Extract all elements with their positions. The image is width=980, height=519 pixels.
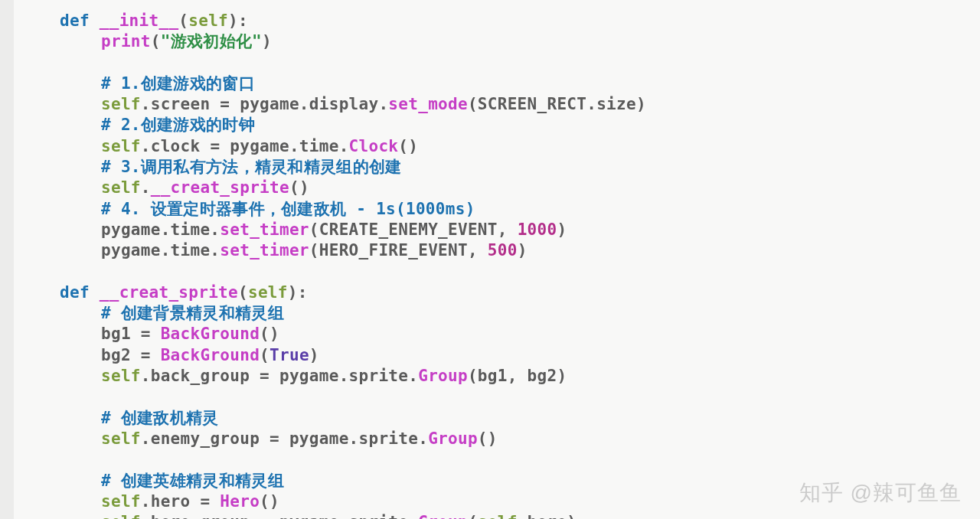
code-line: self.hero = Hero() — [15, 491, 977, 512]
code-token: ) — [518, 241, 528, 260]
code-token: self — [188, 11, 228, 30]
code-line: pygame.time.set_timer(CREATE_ENEMY_EVENT… — [15, 220, 977, 240]
code-line: self.clock = pygame.time.Clock() — [15, 136, 977, 157]
code-token: ) — [557, 220, 567, 239]
code-token: .clock = pygame.time. — [141, 137, 349, 155]
code-token: pygame.time. — [101, 241, 220, 260]
code-token: self — [248, 283, 288, 302]
code-token: () — [260, 325, 279, 343]
code-token: set_timer — [220, 220, 309, 239]
code-token: __init__ — [100, 11, 179, 30]
code-line: bg1 = BackGround() — [15, 324, 977, 344]
code-token: set_mode — [388, 95, 468, 113]
code-token: ( — [151, 32, 161, 51]
code-token: ( — [238, 283, 248, 302]
code-token: # 4. 设置定时器事件，创建敌机 - 1s(1000ms) — [101, 200, 475, 218]
code-line: def __init__(self): — [15, 11, 977, 31]
code-line: # 2.创建游戏的时钟 — [15, 115, 977, 135]
code-token: bg2 = — [101, 346, 161, 364]
code-token: self — [101, 367, 141, 385]
code-token: Group — [418, 513, 468, 519]
code-block: def __init__(self):print("游戏初始化") # 1.创建… — [15, 11, 977, 519]
code-token: BackGround — [161, 346, 260, 364]
code-token: # 创建背景精灵和精灵组 — [101, 304, 284, 322]
code-token: __creat_sprite — [151, 178, 289, 197]
code-token: .hero) — [518, 513, 577, 519]
code-token: pygame.time. — [101, 220, 220, 239]
code-token: # 2.创建游戏的时钟 — [101, 116, 255, 134]
code-token: Hero — [220, 492, 260, 511]
code-token: print — [101, 32, 151, 51]
code-token: set_timer — [220, 241, 309, 260]
code-token: def — [60, 283, 100, 302]
code-line: self.enemy_group = pygame.sprite.Group() — [15, 429, 977, 449]
code-line: # 创建背景精灵和精灵组 — [15, 303, 977, 324]
code-token: # 1.创建游戏的窗口 — [101, 74, 255, 93]
code-token: () — [260, 492, 279, 511]
code-line — [15, 387, 977, 407]
code-token: ): — [288, 283, 308, 302]
editor-gutter — [0, 0, 14, 519]
code-token: 1000 — [518, 220, 557, 239]
code-line: self.screen = pygame.display.set_mode(SC… — [15, 94, 977, 115]
code-token: (bg1, bg2) — [468, 367, 567, 385]
code-token: ( — [178, 11, 188, 30]
code-token: self — [478, 513, 518, 519]
code-line: pygame.time.set_timer(HERO_FIRE_EVENT, 5… — [15, 240, 977, 261]
code-token: .hero_group = pygame.sprite. — [141, 513, 418, 519]
code-line: # 1.创建游戏的窗口 — [15, 73, 977, 94]
code-line: def __creat_sprite(self): — [15, 282, 977, 303]
code-token: .hero = — [141, 492, 220, 511]
code-token: self — [101, 95, 141, 113]
code-token: BackGround — [161, 325, 260, 343]
code-token: # 创建敌机精灵 — [101, 409, 219, 427]
code-token: (SCREEN_RECT.size) — [468, 95, 646, 113]
code-token: bg1 = — [101, 325, 161, 343]
code-token: .enemy_group = pygame.sprite. — [141, 429, 428, 448]
code-token: Group — [418, 367, 468, 385]
code-token: () — [398, 137, 418, 155]
code-line: print("游戏初始化") — [15, 31, 977, 52]
code-token: Clock — [349, 137, 399, 155]
code-token: .screen = pygame.display. — [141, 95, 389, 113]
code-token: () — [289, 178, 309, 197]
code-token: (HERO_FIRE_EVENT, — [309, 241, 488, 260]
code-line: self.hero_group = pygame.sprite.Group(se… — [15, 512, 977, 519]
code-token: . — [141, 178, 151, 197]
code-line — [15, 53, 977, 73]
code-token: "游戏初始化" — [161, 32, 262, 51]
code-line — [15, 449, 977, 470]
code-token: 500 — [488, 241, 518, 260]
code-token: (CREATE_ENEMY_EVENT, — [309, 220, 518, 239]
code-token: Group — [428, 429, 478, 448]
code-token: # 3.调用私有方法，精灵和精灵组的创建 — [101, 158, 402, 176]
code-token: ) — [309, 346, 319, 364]
code-token: ): — [228, 11, 248, 30]
code-line: # 创建英雄精灵和精灵组 — [15, 471, 977, 491]
code-token: __creat_sprite — [100, 283, 238, 302]
code-token: self — [101, 137, 141, 155]
code-line: # 4. 设置定时器事件，创建敌机 - 1s(1000ms) — [15, 199, 977, 220]
code-token: ( — [260, 346, 270, 364]
code-token: () — [478, 429, 498, 448]
code-token: # 创建英雄精灵和精灵组 — [101, 472, 284, 490]
code-line: self.back_group = pygame.sprite.Group(bg… — [15, 366, 977, 387]
code-line: # 3.调用私有方法，精灵和精灵组的创建 — [15, 157, 977, 178]
code-token: .back_group = pygame.sprite. — [141, 367, 418, 385]
code-token: self — [101, 492, 141, 511]
code-line: self.__creat_sprite() — [15, 178, 977, 198]
code-token: ) — [262, 32, 272, 51]
code-token: self — [101, 513, 141, 519]
code-token: def — [60, 11, 100, 30]
code-token: self — [101, 429, 141, 448]
code-line: # 创建敌机精灵 — [15, 408, 977, 429]
code-token: ( — [468, 513, 478, 519]
code-token: True — [270, 346, 309, 364]
code-line: bg2 = BackGround(True) — [15, 345, 977, 366]
code-line — [15, 262, 977, 282]
code-token: self — [101, 178, 141, 197]
